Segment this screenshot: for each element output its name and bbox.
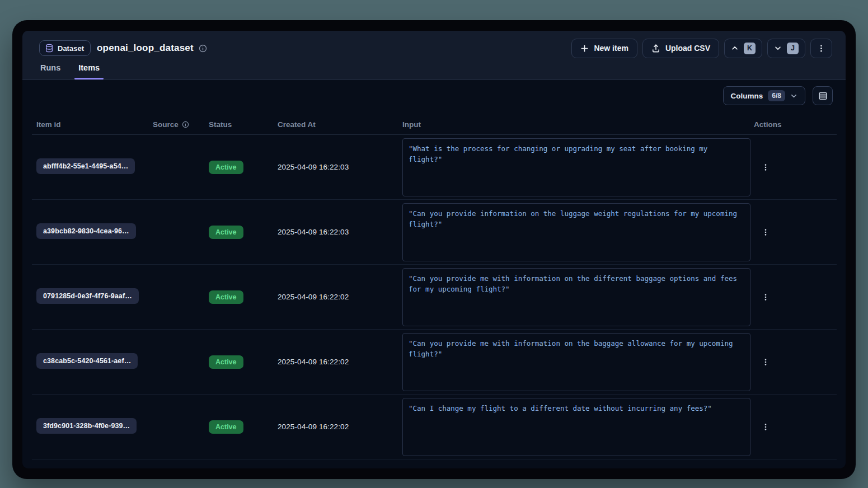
info-icon[interactable] — [182, 121, 189, 128]
created-at-cell: 2025-04-09 16:22:02 — [273, 358, 398, 366]
table-row: c38cab5c-5420-4561-aef… Active 2025-04-0… — [32, 330, 837, 395]
status-cell: Active — [204, 161, 273, 174]
item-id-cell: a39bcb82-9830-4cea-96… — [32, 223, 148, 241]
status-badge: Active — [209, 226, 243, 239]
row-actions-button[interactable] — [757, 354, 774, 370]
upload-icon — [651, 44, 660, 53]
tab-runs[interactable]: Runs — [40, 63, 60, 79]
header-actions: Actions — [746, 120, 837, 129]
input-preview[interactable]: "Can you provide me with information on … — [402, 268, 750, 326]
database-icon — [45, 44, 54, 53]
tab-bar: Runs Items — [40, 63, 100, 79]
actions-cell — [746, 224, 837, 240]
actions-cell — [746, 159, 837, 175]
upload-csv-label: Upload CSV — [665, 44, 710, 53]
rows-icon — [818, 91, 828, 101]
input-cell: "Can you provide information on the lugg… — [398, 203, 746, 261]
actions-cell — [746, 289, 837, 305]
items-content: Columns 6/8 — [22, 80, 846, 459]
input-preview[interactable]: "Can you provide me with information on … — [402, 333, 750, 391]
keyboard-shortcut-k: K — [744, 43, 756, 54]
item-id-cell: 0791285d-0e3f-4f76-9aaf… — [32, 288, 148, 306]
item-id-cell: 3fd9c901-328b-4f0e-939… — [32, 418, 148, 436]
kebab-menu-icon — [817, 44, 825, 53]
upload-csv-button[interactable]: Upload CSV — [642, 39, 719, 58]
app-header: Dataset openai_loop_dataset — [22, 31, 846, 80]
kebab-menu-icon — [762, 293, 770, 302]
created-at-cell: 2025-04-09 16:22:02 — [273, 423, 398, 431]
status-badge: Active — [209, 161, 243, 174]
dataset-app: Dataset openai_loop_dataset — [22, 31, 846, 468]
keyboard-shortcut-j: J — [787, 43, 799, 54]
new-item-button[interactable]: New item — [571, 39, 637, 58]
app-window: Dataset openai_loop_dataset — [12, 20, 856, 479]
created-at-cell: 2025-04-09 16:22:03 — [273, 163, 398, 171]
header-status: Status — [204, 120, 273, 129]
item-id-chip[interactable]: 3fd9c901-328b-4f0e-939… — [36, 418, 137, 434]
chevron-down-icon — [774, 44, 782, 52]
plus-icon — [580, 44, 589, 53]
input-preview[interactable]: "Can you provide information on the lugg… — [402, 203, 750, 261]
page-title: openai_loop_dataset — [97, 43, 194, 54]
tab-items[interactable]: Items — [78, 63, 100, 79]
next-item-button[interactable]: J — [767, 39, 805, 58]
row-height-button[interactable] — [813, 86, 833, 105]
created-at-cell: 2025-04-09 16:22:03 — [273, 228, 398, 236]
kebab-menu-icon — [762, 228, 770, 237]
input-cell: "Can you provide me with information on … — [398, 268, 746, 326]
table-row: abfff4b2-55e1-4495-a54… Active 2025-04-0… — [32, 135, 837, 200]
items-table: Item id Source Status Created At Input — [32, 115, 837, 459]
actions-cell — [746, 419, 837, 435]
header-kebab-menu-button[interactable] — [810, 39, 832, 58]
table-row: a39bcb82-9830-4cea-96… Active 2025-04-09… — [32, 200, 837, 265]
header-source: Source — [148, 120, 204, 129]
dataset-info-icon[interactable] — [199, 44, 207, 53]
item-id-cell: abfff4b2-55e1-4495-a54… — [32, 158, 148, 176]
input-preview[interactable]: "Can I change my flight to a different d… — [402, 398, 750, 456]
new-item-label: New item — [594, 44, 628, 53]
columns-dropdown-button[interactable]: Columns 6/8 — [723, 86, 805, 105]
status-badge: Active — [209, 420, 243, 434]
item-id-chip[interactable]: 0791285d-0e3f-4f76-9aaf… — [36, 288, 139, 304]
actions-cell — [746, 354, 837, 370]
input-cell: "Can you provide me with information on … — [398, 333, 746, 391]
row-actions-button[interactable] — [757, 224, 774, 240]
table-body: abfff4b2-55e1-4495-a54… Active 2025-04-0… — [32, 135, 837, 459]
kebab-menu-icon — [762, 423, 770, 431]
status-cell: Active — [204, 226, 273, 239]
chevron-up-icon — [731, 44, 739, 52]
status-cell: Active — [204, 290, 273, 304]
header-input: Input — [398, 120, 746, 129]
input-cell: "What is the process for changing or upg… — [398, 138, 746, 196]
table-row: 0791285d-0e3f-4f76-9aaf… Active 2025-04-… — [32, 265, 837, 330]
title-row: Dataset openai_loop_dataset — [39, 31, 832, 61]
columns-count-badge: 6/8 — [768, 90, 785, 101]
table-header-row: Item id Source Status Created At Input — [32, 115, 837, 135]
previous-item-button[interactable]: K — [724, 39, 762, 58]
kebab-menu-icon — [762, 163, 770, 172]
header-item-id: Item id — [32, 120, 148, 129]
row-actions-button[interactable] — [757, 159, 774, 175]
row-actions-button[interactable] — [757, 419, 774, 435]
status-badge: Active — [209, 290, 243, 304]
dataset-badge: Dataset — [39, 40, 91, 56]
item-id-chip[interactable]: abfff4b2-55e1-4495-a54… — [36, 158, 135, 174]
created-at-cell: 2025-04-09 16:22:02 — [273, 293, 398, 301]
item-id-chip[interactable]: c38cab5c-5420-4561-aef… — [36, 353, 138, 369]
status-badge: Active — [209, 355, 243, 369]
input-cell: "Can I change my flight to a different d… — [398, 398, 746, 456]
row-actions-button[interactable] — [757, 289, 774, 305]
header-created-at: Created At — [273, 120, 398, 129]
table-toolbar: Columns 6/8 — [22, 80, 846, 105]
columns-label: Columns — [731, 92, 763, 100]
chevron-down-icon — [790, 92, 797, 100]
item-id-chip[interactable]: a39bcb82-9830-4cea-96… — [36, 223, 136, 239]
input-preview[interactable]: "What is the process for changing or upg… — [402, 138, 750, 196]
kebab-menu-icon — [762, 358, 770, 367]
status-cell: Active — [204, 420, 273, 434]
table-row: 3fd9c901-328b-4f0e-939… Active 2025-04-0… — [32, 395, 837, 459]
dataset-badge-label: Dataset — [58, 44, 84, 53]
status-cell: Active — [204, 355, 273, 369]
item-id-cell: c38cab5c-5420-4561-aef… — [32, 353, 148, 371]
